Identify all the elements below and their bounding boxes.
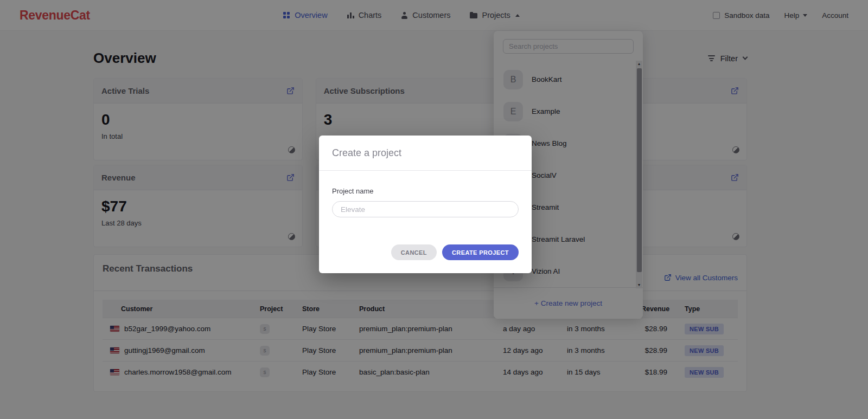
project-name-label: Project name xyxy=(332,187,519,195)
cancel-button[interactable]: CANCEL xyxy=(391,244,437,260)
project-name-input[interactable] xyxy=(332,201,519,217)
create-project-button[interactable]: CREATE PROJECT xyxy=(442,244,519,260)
modal-title: Create a project xyxy=(332,147,519,159)
create-project-modal: Create a project Project name CANCEL CRE… xyxy=(319,136,532,273)
